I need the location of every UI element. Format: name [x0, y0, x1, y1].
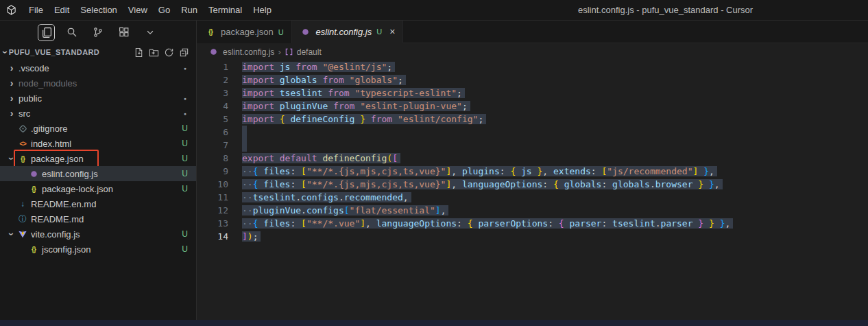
status-bar: [0, 320, 868, 326]
tree-item-README.en.md[interactable]: ↓README.en.md: [0, 196, 196, 211]
code-line-4[interactable]: 4import pluginVue from "eslint-plugin-vu…: [197, 100, 868, 113]
modified-dot: ●: [184, 111, 186, 116]
editor-group: {}package.jsonUeslint.config.jsU× eslint…: [197, 21, 868, 320]
code-line-content: import pluginVue from "eslint-plugin-vue…: [228, 100, 470, 113]
code-line-content: export default defineConfig([: [228, 152, 400, 165]
chevron-right-icon[interactable]: ›: [7, 93, 16, 103]
file-label: eslint.config.js: [42, 169, 98, 179]
chevron-down-icon[interactable]: ›: [1, 51, 10, 54]
line-number: 4: [197, 100, 228, 113]
file-tree: ›.vscode●›node_modules›public●›src●.giti…: [0, 60, 196, 320]
html-icon: <>: [16, 140, 29, 148]
chevron-down-icon[interactable]: [142, 24, 159, 41]
line-number: 6: [197, 126, 228, 139]
menu-edit[interactable]: Edit: [49, 0, 75, 21]
new-folder-icon[interactable]: [149, 47, 159, 58]
menu-file[interactable]: File: [23, 0, 49, 21]
json-icon: {}: [27, 246, 40, 253]
tree-item-README.md[interactable]: ⓘREADME.md: [0, 211, 196, 226]
code-line-10[interactable]: 10··{ files: ["**/*.{js,mjs,cjs,ts,vue}"…: [197, 178, 868, 191]
symbol-icon: [285, 47, 293, 56]
tree-item-src[interactable]: ›src●: [0, 106, 196, 121]
file-label: README.md: [31, 214, 84, 224]
json-icon: {}: [16, 155, 29, 163]
git-status-badge: U: [278, 28, 284, 36]
window-title: eslint.config.js - pufu_vue_standard - C…: [578, 0, 753, 21]
chevron-right-icon[interactable]: ›: [7, 78, 16, 88]
code-line-11[interactable]: 11··tseslint.configs.recommended,: [197, 191, 868, 204]
tree-item-.vscode[interactable]: ›.vscode●: [0, 60, 196, 75]
git-status-badge: U: [376, 27, 382, 36]
eslint-icon: [300, 27, 312, 36]
file-label: public: [19, 93, 42, 104]
menu-run[interactable]: Run: [176, 0, 203, 21]
new-file-icon[interactable]: [134, 47, 144, 58]
file-label: .gitignore: [31, 124, 67, 134]
tree-item-jsconfig.json[interactable]: {}jsconfig.jsonU: [0, 242, 196, 257]
code-line-9[interactable]: 9··{ files: ["**/*.{js,mjs,cjs,ts,vue}"]…: [197, 165, 868, 178]
explorer-root-label[interactable]: PUFU_VUE_STANDARD: [9, 48, 100, 56]
tree-item-eslint.config.js[interactable]: eslint.config.jsU: [0, 166, 196, 181]
tree-item-index.html[interactable]: <>index.htmlU: [0, 136, 196, 151]
tree-item-.gitignore[interactable]: .gitignoreU: [0, 121, 196, 136]
tree-item-node_modules[interactable]: ›node_modules: [0, 75, 196, 91]
tree-item-package-lock.json[interactable]: {}package-lock.jsonU: [0, 181, 196, 196]
code-line-content: import tseslint from "typescript-eslint"…: [228, 86, 465, 100]
chevron-down-icon[interactable]: ›: [7, 229, 16, 239]
code-line-13[interactable]: 13··{ files: ["**/*.vue"], languageOptio…: [197, 217, 868, 230]
code-area[interactable]: 1import js from "@eslint/js";2import glo…: [197, 60, 868, 320]
tree-item-public[interactable]: ›public●: [0, 91, 196, 106]
code-line-8[interactable]: 8export default defineConfig([: [197, 152, 868, 165]
code-line-content: ··pluginVue.configs["flat/essential"],: [228, 204, 448, 217]
file-label: .vscode: [19, 63, 49, 73]
code-line-2[interactable]: 2import globals from "globals";: [197, 73, 868, 86]
git-icon: [16, 124, 29, 133]
code-line-14[interactable]: 14]);: [197, 230, 868, 243]
file-label: src: [19, 108, 30, 119]
tab-eslint.config.js[interactable]: eslint.config.jsU×: [292, 21, 404, 43]
line-number: 9: [197, 165, 228, 178]
chevron-right-icon[interactable]: ›: [7, 108, 16, 118]
line-number: 8: [197, 152, 228, 165]
chevron-right-icon[interactable]: ›: [7, 63, 16, 73]
search-icon[interactable]: [64, 24, 81, 41]
code-line-5[interactable]: 5import { defineConfig } from "eslint/co…: [197, 113, 868, 126]
menu-go[interactable]: Go: [153, 0, 176, 21]
json-icon: {}: [204, 28, 217, 36]
tree-item-vite.config.js[interactable]: ›vite.config.jsU: [0, 226, 196, 242]
git-status-badge: U: [182, 244, 188, 254]
chevron-down-icon[interactable]: ›: [7, 154, 16, 163]
menu-help[interactable]: Help: [248, 0, 277, 21]
line-number: 14: [197, 230, 228, 243]
cursor-logo-icon: [6, 5, 16, 15]
tab-label: package.json: [221, 27, 274, 37]
eslint-icon: [27, 170, 40, 178]
file-label: package-lock.json: [42, 184, 113, 194]
menu-selection[interactable]: Selection: [75, 0, 122, 21]
source-control-icon[interactable]: [90, 24, 107, 41]
files-icon[interactable]: [38, 24, 55, 41]
code-line-12[interactable]: 12··pluginVue.configs["flat/essential"],: [197, 204, 868, 217]
refresh-icon[interactable]: [164, 47, 174, 58]
code-line-3[interactable]: 3import tseslint from "typescript-eslint…: [197, 86, 868, 100]
tree-item-package.json[interactable]: ›{}package.jsonU: [0, 151, 196, 166]
collapse-all-icon[interactable]: [179, 47, 189, 58]
code-line-6[interactable]: 6: [197, 126, 868, 139]
breadcrumb-symbol[interactable]: default: [297, 47, 322, 57]
tab-label: eslint.config.js: [316, 27, 372, 37]
modified-dot: ●: [184, 66, 186, 71]
tab-package.json[interactable]: {}package.jsonU: [197, 21, 292, 43]
extensions-icon[interactable]: [116, 24, 133, 41]
code-line-content: ··tseslint.configs.recommended,: [228, 191, 411, 204]
breadcrumb-file[interactable]: eslint.config.js: [223, 47, 274, 57]
line-number: 1: [197, 60, 228, 73]
code-line-1[interactable]: 1import js from "@eslint/js";: [197, 60, 868, 73]
close-icon[interactable]: ×: [389, 27, 395, 36]
file-label: vite.config.js: [31, 229, 80, 240]
line-number: 3: [197, 86, 228, 100]
line-number: 11: [197, 191, 228, 204]
menu-view[interactable]: View: [123, 0, 153, 21]
code-line-7[interactable]: 7: [197, 139, 868, 152]
line-number: 12: [197, 204, 228, 217]
menu-terminal[interactable]: Terminal: [203, 0, 248, 21]
